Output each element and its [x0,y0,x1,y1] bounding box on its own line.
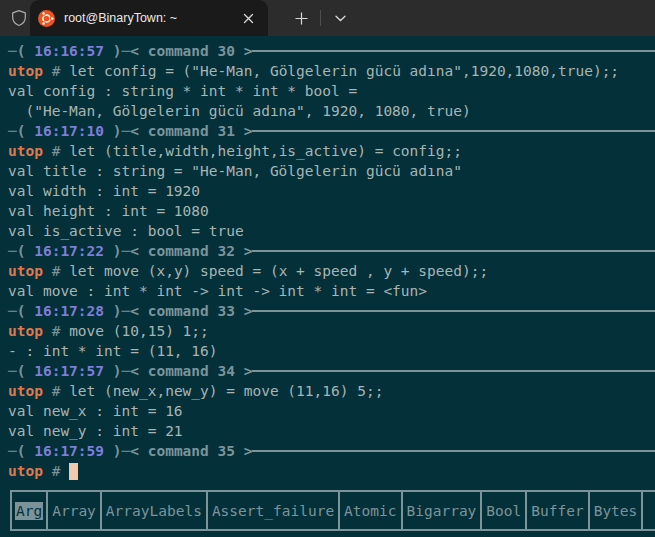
command-text: move (10,15) 1;; [69,321,209,341]
prompt-word: utop [8,321,43,341]
tab-title: root@BinaryTown: ~ [64,11,236,25]
output-line: - : int * int = (11, 16) [8,341,655,361]
output-line: val height : int = 1080 [8,201,655,221]
admin-shield-icon [9,8,29,28]
command-text: let move (x,y) speed = (x + speed , y + … [69,261,488,281]
prompt-header-line: ─( 16:17:22 )─< command 32 > [8,241,655,261]
output-line: val new_y : int = 21 [8,421,655,441]
titlebar-divider [320,10,321,26]
separator-rule [252,450,655,452]
prompt-symbol: # [43,261,69,281]
prompt-header-line: ─( 16:17:10 )─< command 31 > [8,121,655,141]
completion-item: ArrayLabels [102,492,208,529]
command-text: let (title,width,height,is_active) = con… [69,141,462,161]
separator-rule [252,50,655,52]
completion-item-label: Atomic [343,502,397,520]
tab-dropdown-button[interactable] [326,4,354,32]
output-text: val is_active : bool = true [8,221,244,241]
output-line: ("He-Man, Gölgelerin gücü adına", 1920, … [8,101,655,121]
terminal-tab[interactable]: root@BinaryTown: ~ [30,0,268,36]
command-number-label: )─< command 33 > [104,301,252,321]
output-line: val title : string = "He-Man, Gölgelerin… [8,161,655,181]
prompt-symbol: # [43,141,69,161]
completion-item-label: ArrayLabels [105,502,203,520]
command-input-line: utop # let config = ("He-Man, Gölgelerin… [8,61,655,81]
separator-rule [252,250,655,252]
output-text: - : int * int = (11, 16) [8,341,218,361]
prompt-symbol: # [43,61,69,81]
prompt-time: 16:17:57 [34,361,104,381]
command-input-line: utop # move (10,15) 1;; [8,321,655,341]
separator-rule [252,370,655,372]
completion-item-label: Buffer [530,502,584,520]
prompt-time: 16:17:22 [34,241,104,261]
completion-item-label: Bytes [593,502,639,520]
completion-item: Atomic [340,492,402,529]
completion-bar-filler [643,492,655,529]
completion-item: Assert_failure [208,492,340,529]
prompt-header-line: ─( 16:17:28 )─< command 33 > [8,301,655,321]
completion-item: Array [48,492,102,529]
completion-item-label: Bigarray [406,502,478,520]
output-line: val move : int * int -> int -> int * int… [8,281,655,301]
output-line: val width : int = 1920 [8,181,655,201]
completion-item-label: Array [51,502,97,520]
window-titlebar: root@BinaryTown: ~ [0,0,655,36]
separator-rule [252,130,655,132]
prompt-time: 16:17:28 [34,301,104,321]
command-text: let (new_x,new_y) = move (11,16) 5;; [69,381,383,401]
prompt-time: 16:17:10 [34,121,104,141]
prompt-word: utop [8,461,43,481]
prompt-word: utop [8,141,43,161]
command-number-label: )─< command 31 > [104,121,252,141]
command-input-line: utop # let (new_x,new_y) = move (11,16) … [8,381,655,401]
command-number-label: )─< command 32 > [104,241,252,261]
output-line: val is_active : bool = true [8,221,655,241]
prompt-header-line: ─( 16:16:57 )─< command 30 > [8,41,655,61]
prompt-header-line: ─( 16:17:57 )─< command 34 > [8,361,655,381]
command-text: let config = ("He-Man, Gölgelerin gücü a… [69,61,619,81]
output-text: val new_x : int = 16 [8,401,183,421]
prompt-time: 16:16:57 [34,41,104,61]
new-tab-button[interactable] [286,4,316,32]
output-text: val new_y : int = 21 [8,421,183,441]
command-number-label: )─< command 34 > [104,361,252,381]
output-text: ("He-Man, Gölgelerin gücü adına", 1920, … [8,101,471,121]
tab-close-icon[interactable] [236,6,260,30]
command-number-label: )─< command 30 > [104,41,252,61]
prompt-symbol: # [43,321,69,341]
frame-text: ─( [8,441,34,461]
prompt-word: utop [8,261,43,281]
output-text: val title : string = "He-Man, Gölgelerin… [8,161,462,181]
separator-rule [252,310,655,312]
command-number-label: )─< command 35 > [104,441,252,461]
completion-item-label: Assert_failure [211,502,335,520]
completion-item: Arg [12,492,48,529]
output-line: val config : string * int * int * bool = [8,81,655,101]
ubuntu-icon [38,10,55,27]
prompt-word: utop [8,381,43,401]
command-input-line: utop # let (title,width,height,is_active… [8,141,655,161]
output-text: val width : int = 1920 [8,181,200,201]
completion-item-label: Bool [485,502,522,520]
completion-item: Bytes [590,492,644,529]
completion-item: Buffer [527,492,589,529]
prompt-word: utop [8,61,43,81]
completion-item: Bool [482,492,527,529]
output-text: val move : int * int -> int -> int * int… [8,281,427,301]
active-prompt-line: utop # [8,461,655,481]
output-text: val height : int = 1080 [8,201,209,221]
output-text: val config : string * int * int * bool = [8,81,357,101]
completion-bar: ArgArrayArrayLabelsAssert_failureAtomicB… [10,490,655,531]
prompt-time: 16:17:59 [34,441,104,461]
terminal-screen[interactable]: ─( 16:16:57 )─< command 30 >utop # let c… [0,36,655,537]
output-line: val new_x : int = 16 [8,401,655,421]
command-input-line: utop # let move (x,y) speed = (x + speed… [8,261,655,281]
completion-item: Bigarray [403,492,483,529]
prompt-symbol: # [43,461,69,481]
frame-text: ─( [8,121,34,141]
frame-text: ─( [8,41,34,61]
frame-text: ─( [8,361,34,381]
prompt-symbol: # [43,381,69,401]
completion-item-selected-label: Arg [15,502,43,520]
